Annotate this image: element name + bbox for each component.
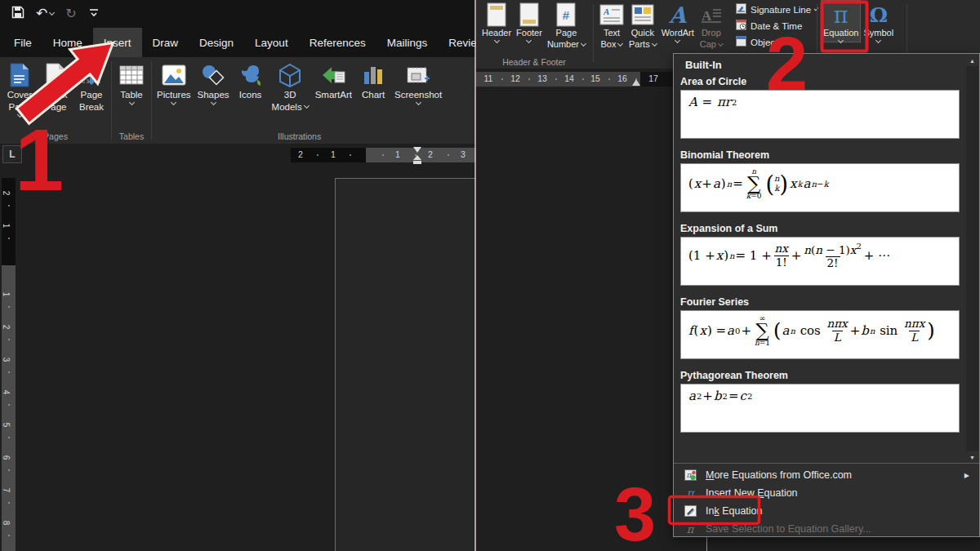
pictures-button[interactable]: Pictures — [154, 59, 194, 131]
save-icon — [11, 6, 24, 22]
ruler-tick — [8, 469, 10, 471]
button-label: Icons — [239, 89, 262, 101]
ruler-number: 5 — [2, 423, 11, 428]
shapes-icon — [201, 61, 225, 89]
smartart-button[interactable]: SmartArt — [312, 59, 355, 131]
ruler-tick — [382, 154, 384, 156]
tab-file[interactable]: File — [3, 28, 42, 57]
equation-gallery: Area of CircleA = πr2Binomial Theorem(x … — [674, 75, 979, 433]
page-number-icon: # — [556, 2, 576, 28]
equation-gallery-item[interactable]: (1 + x)n = 1 + nx1! + n(n − 1)x22! + ⋯ — [680, 237, 960, 286]
customize-quick-access-button[interactable] — [88, 7, 100, 21]
signature-line-button[interactable]: Signature Line — [736, 2, 817, 16]
word-window: ↶↻ FileHomeInsertDrawDesignLayoutReferen… — [0, 0, 980, 551]
insert-new-equation-menu-item[interactable]: πInsert New Equation — [674, 484, 979, 502]
left-indent-marker[interactable] — [413, 161, 421, 164]
ruler-number: 6 — [2, 455, 11, 460]
quick-parts-button[interactable]: QuickParts — [626, 0, 659, 51]
builtin-header: Built-In — [674, 54, 979, 75]
tab-home[interactable]: Home — [42, 28, 93, 57]
group-buttons: Table — [112, 57, 151, 131]
3d-models-button[interactable]: 3DModels — [269, 59, 312, 131]
ribbon-group-illustrations: PicturesShapesIcons3DModelsSmartArtChart… — [152, 57, 447, 144]
chevron-down-icon[interactable] — [49, 10, 55, 16]
horizontal-ruler: 21123 — [291, 148, 476, 162]
tab-insert[interactable]: Insert — [93, 28, 142, 57]
icons-button[interactable]: Icons — [233, 59, 269, 131]
symbol-button[interactable]: ΩSymbol — [861, 0, 896, 42]
tab-draw[interactable]: Draw — [142, 28, 189, 57]
group-buttons: PicturesShapesIcons3DModelsSmartArtChart… — [152, 57, 447, 131]
save-button[interactable] — [11, 6, 24, 22]
equation-gallery-item[interactable]: f(x) = a0 + ∞∑n=1(an cos nπxL + bn sin n… — [680, 310, 960, 359]
more-equations-icon: π — [684, 469, 697, 481]
drop-cap-button[interactable]: ADropCap — [697, 0, 726, 51]
equation-section: Expansion of a Sum(1 + x)n = 1 + nx1! + … — [674, 222, 979, 286]
ruler-number: 2 — [298, 149, 303, 159]
signature-line-icon — [736, 3, 746, 16]
small-button-label: Object — [751, 38, 777, 47]
date-time-button[interactable]: Date & Time — [736, 19, 817, 33]
wordart-icon: A — [669, 2, 686, 28]
ruler-number: 8 — [2, 521, 11, 526]
page-number-button[interactable]: #PageNumber — [545, 0, 588, 57]
equation-gallery-item[interactable]: (x + a)n = n∑k=0(nk)xkan−k — [680, 163, 960, 212]
table-button[interactable]: Table — [114, 59, 149, 131]
equation-section-label: Pythagorean Theorem — [674, 369, 979, 383]
vruler-body-area — [2, 265, 16, 551]
blank-page-button[interactable]: BlankPage — [38, 59, 74, 131]
button-label: Cap — [700, 39, 723, 51]
document-page[interactable] — [335, 178, 476, 551]
hanging-indent-marker[interactable] — [413, 155, 421, 160]
tab-design[interactable]: Design — [189, 28, 244, 57]
screenshot-button[interactable]: Screenshot — [391, 59, 445, 131]
ruler-tick — [8, 371, 10, 373]
ruler-number: 2 — [2, 325, 11, 330]
text-box-button[interactable]: ATextBox — [597, 0, 626, 51]
equation-button[interactable]: πEquation — [821, 0, 861, 42]
ribbon-group-pages: CoverPageBlankPagePageBreakPages — [0, 57, 111, 144]
tab-references[interactable]: References — [299, 28, 376, 57]
ruler-number: 1 — [2, 292, 11, 297]
ribbon-group-tables: TableTables — [112, 57, 151, 144]
chevron-row — [172, 103, 176, 104]
ruler-number: 2 — [428, 149, 433, 159]
more-equations-from-office-com-menu-item[interactable]: πMore Equations from Office.com▶ — [674, 466, 979, 484]
first-line-indent-marker[interactable] — [413, 147, 421, 153]
shapes-button[interactable]: Shapes — [194, 59, 233, 131]
quick-parts-icon — [631, 2, 654, 28]
chart-button[interactable]: Chart — [355, 59, 391, 131]
footer-button[interactable]: Footer — [514, 0, 545, 57]
undo-button[interactable]: ↶ — [36, 7, 54, 21]
text-group: ATextBoxQuickPartsAWordArtADropCap — [597, 0, 734, 51]
quick-access-toolbar: ↶↻ — [0, 0, 476, 28]
scroll-up-button[interactable]: ▲ — [966, 55, 978, 66]
tab-mailings[interactable]: Mailings — [376, 28, 439, 57]
tab-selector-button[interactable]: L — [2, 145, 22, 163]
ink-equation-menu-item[interactable]: Ink Equation — [674, 502, 979, 520]
object-button[interactable]: Object — [736, 35, 817, 49]
equation-formula: (1 + x)n = 1 + nx1! + n(n − 1)x22! + ⋯ — [688, 242, 890, 270]
page-break-button[interactable]: PageBreak — [74, 59, 109, 131]
wordart-button[interactable]: AWordArt — [659, 0, 697, 51]
date-time-icon — [736, 20, 746, 32]
redo-icon: ↻ — [65, 7, 76, 21]
symbol-omega-icon: Ω — [870, 2, 888, 28]
button-label: Blank — [44, 89, 68, 101]
equation-gallery-item[interactable]: a2 + b2 = c2 — [680, 384, 960, 433]
symbols-group: πEquationΩSymbol — [821, 0, 906, 42]
left-screenshot-panel: ↶↻ FileHomeInsertDrawDesignLayoutReferen… — [0, 0, 476, 551]
header-button[interactable]: Header — [479, 0, 514, 57]
gallery-scrollbar[interactable]: ▲ ▼ — [966, 55, 978, 463]
scroll-down-button[interactable]: ▼ — [966, 451, 978, 463]
equation-gallery-item[interactable]: A = πr2 — [680, 90, 960, 139]
ruler-tick — [608, 78, 610, 80]
tab-layout[interactable]: Layout — [244, 28, 299, 57]
button-label: Parts — [629, 39, 657, 51]
button-label: Box — [601, 39, 623, 51]
button-label: Page — [81, 89, 103, 101]
right-margin-marker[interactable] — [632, 79, 640, 86]
svg-text:A: A — [603, 7, 609, 16]
cover-page-button[interactable]: CoverPage — [2, 59, 38, 131]
redo-button[interactable]: ↻ — [65, 7, 76, 21]
